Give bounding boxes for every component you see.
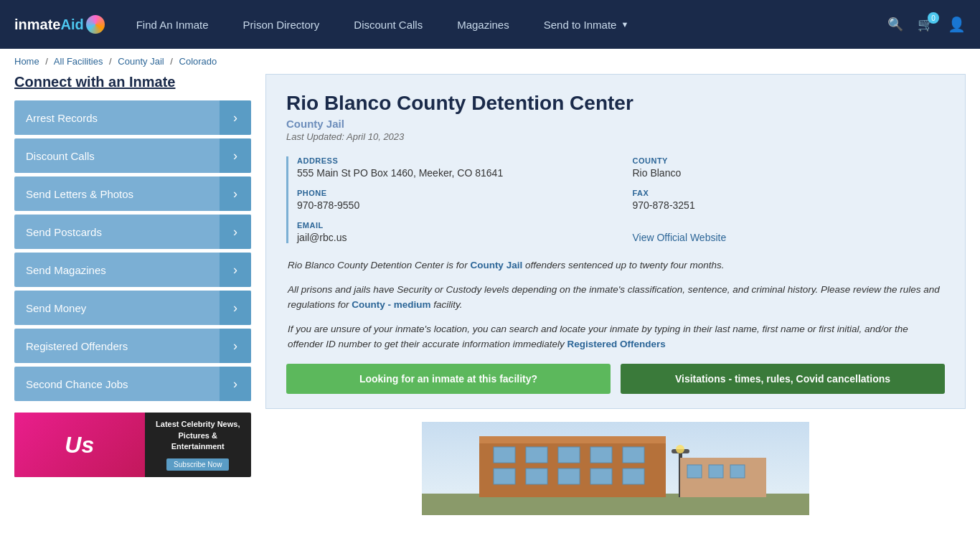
facility-description: Rio Blanco County Detention Center is fo… [286, 258, 945, 352]
cart-button[interactable]: 🛒 0 [918, 17, 933, 32]
sidebar-item-second-chance-jobs[interactable]: Second Chance Jobs › [14, 367, 251, 401]
breadcrumb-sep-2: / [109, 56, 112, 67]
sidebar-arrow-arrest-records: › [220, 100, 251, 135]
sidebar-title: Connect with an Inmate [14, 74, 251, 90]
sidebar-label-send-magazines: Send Magazines [26, 264, 106, 276]
sidebar-item-send-money[interactable]: Send Money › [14, 291, 251, 325]
website-link[interactable]: View Official Website [633, 232, 946, 243]
fax-value: 970-878-3251 [633, 199, 946, 211]
logo-icon [86, 15, 105, 34]
sidebar-ad: Us Latest Celebrity News, Pictures & Ent… [14, 413, 251, 477]
sidebar-item-arrest-records[interactable]: Arrest Records › [14, 100, 251, 135]
svg-rect-9 [494, 468, 515, 484]
sidebar-item-discount-calls[interactable]: Discount Calls › [14, 138, 251, 173]
address-value: 555 Main St PO Box 1460, Meeker, CO 8164… [297, 167, 610, 179]
find-inmate-button[interactable]: Looking for an inmate at this facility? [286, 364, 611, 394]
breadcrumb-sep-1: / [45, 56, 48, 67]
search-button[interactable]: 🔍 [887, 17, 903, 32]
nav-discount-calls[interactable]: Discount Calls [336, 0, 440, 49]
sidebar-item-send-postcards[interactable]: Send Postcards › [14, 215, 251, 249]
svg-rect-6 [558, 447, 580, 463]
address-block: ADDRESS 555 Main St PO Box 1460, Meeker,… [297, 156, 610, 179]
county-block: COUNTY Rio Blanco [633, 156, 946, 179]
sidebar-arrow-second-chance-jobs: › [220, 367, 251, 401]
breadcrumb-sep-3: / [170, 56, 173, 67]
email-block: EMAIL jail@rbc.us [297, 221, 610, 243]
fax-block: FAX 970-878-3251 [633, 189, 946, 211]
content: Rio Blanco County Detention Center Count… [265, 74, 966, 515]
sidebar-label-discount-calls: Discount Calls [26, 150, 95, 162]
sidebar-label-send-money: Send Money [26, 302, 86, 314]
svg-rect-7 [590, 447, 612, 463]
email-label: EMAIL [297, 221, 610, 230]
county-jail-link[interactable]: County Jail [470, 260, 522, 270]
svg-rect-19 [709, 465, 723, 478]
facility-card: Rio Blanco County Detention Center Count… [265, 74, 966, 409]
facility-info-grid: ADDRESS 555 Main St PO Box 1460, Meeker,… [286, 156, 945, 243]
svg-rect-5 [526, 447, 547, 463]
user-button[interactable]: 👤 [948, 16, 966, 33]
ad-subscribe-button[interactable]: Subscribe Now [166, 458, 229, 471]
logo[interactable]: inmate Aid [14, 15, 105, 34]
main-layout: Connect with an Inmate Arrest Records › … [0, 74, 980, 529]
sidebar-item-registered-offenders[interactable]: Registered Offenders › [14, 329, 251, 363]
logo-inmate-text: inmate [14, 17, 60, 33]
county-label: COUNTY [633, 156, 946, 165]
sidebar-arrow-discount-calls: › [220, 138, 251, 173]
address-label: ADDRESS [297, 156, 610, 165]
nav-icons-group: 🔍 🛒 0 👤 [887, 16, 966, 33]
county-value: Rio Blanco [633, 167, 946, 179]
county-medium-link[interactable]: County - medium [352, 299, 430, 310]
facility-building-svg [265, 422, 966, 515]
desc-para-2: All prisons and jails have Security or C… [288, 282, 943, 313]
sidebar-label-send-postcards: Send Postcards [26, 226, 102, 238]
sidebar: Connect with an Inmate Arrest Records › … [14, 74, 251, 515]
action-buttons: Looking for an inmate at this facility? … [286, 364, 945, 394]
breadcrumb-home[interactable]: Home [14, 56, 39, 67]
navbar: inmate Aid Find An Inmate Prison Directo… [0, 0, 980, 49]
visitations-button[interactable]: Visitations - times, rules, Covid cancel… [621, 364, 945, 394]
sidebar-item-send-letters[interactable]: Send Letters & Photos › [14, 176, 251, 211]
facility-type: County Jail [286, 118, 945, 130]
sidebar-arrow-send-postcards: › [220, 215, 251, 249]
phone-label: PHONE [297, 189, 610, 197]
nav-links: Find An Inmate Prison Directory Discount… [119, 0, 887, 49]
desc-para-3: If you are unsure of your inmate's locat… [288, 321, 943, 352]
registered-offenders-link[interactable]: Registered Offenders [567, 339, 665, 349]
breadcrumb-county-jail[interactable]: County Jail [118, 56, 164, 67]
nav-magazines[interactable]: Magazines [440, 0, 527, 49]
sidebar-menu: Arrest Records › Discount Calls › Send L… [14, 100, 251, 401]
breadcrumb: Home / All Facilities / County Jail / Co… [0, 49, 980, 74]
sidebar-label-registered-offenders: Registered Offenders [26, 340, 128, 352]
svg-point-16 [676, 445, 684, 453]
sidebar-arrow-send-letters: › [220, 176, 251, 211]
ad-us-logo: Us [65, 432, 94, 458]
nav-send-label: Send to Inmate [544, 19, 617, 31]
svg-rect-10 [526, 468, 547, 484]
email-value: jail@rbc.us [297, 232, 610, 243]
breadcrumb-colorado[interactable]: Colorado [179, 56, 217, 67]
ad-text-section: Latest Celebrity News, Pictures & Entert… [145, 413, 252, 476]
svg-rect-2 [479, 436, 666, 497]
nav-send-to-inmate[interactable]: Send to Inmate ▼ [527, 0, 646, 49]
logo-all-text: Aid [60, 17, 83, 33]
sidebar-arrow-send-magazines: › [220, 253, 251, 287]
nav-prison-directory[interactable]: Prison Directory [226, 0, 337, 49]
phone-block: PHONE 970-878-9550 [297, 189, 610, 211]
phone-value: 970-878-9550 [297, 199, 610, 211]
svg-rect-18 [687, 465, 702, 478]
fax-label: FAX [633, 189, 946, 197]
desc-para-1: Rio Blanco County Detention Center is fo… [288, 258, 943, 273]
facility-last-updated: Last Updated: April 10, 2023 [286, 131, 945, 142]
svg-rect-12 [590, 468, 612, 484]
facility-name: Rio Blanco County Detention Center [286, 92, 945, 115]
svg-rect-20 [730, 465, 745, 478]
sidebar-arrow-send-money: › [220, 291, 251, 325]
ad-headline: Latest Celebrity News, Pictures & Entert… [152, 419, 245, 452]
svg-rect-4 [494, 447, 515, 463]
breadcrumb-all-facilities[interactable]: All Facilities [54, 56, 103, 67]
sidebar-item-send-magazines[interactable]: Send Magazines › [14, 253, 251, 287]
sidebar-label-send-letters: Send Letters & Photos [26, 188, 133, 200]
cart-badge: 0 [928, 12, 939, 24]
nav-find-inmate[interactable]: Find An Inmate [119, 0, 226, 49]
